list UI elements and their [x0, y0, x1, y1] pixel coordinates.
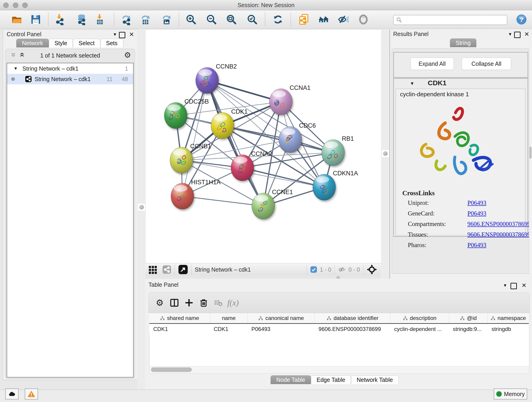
panel-float-icon[interactable]	[510, 283, 517, 289]
delete-table-button[interactable]	[211, 295, 226, 310]
network-node-HIST1H1A[interactable]: HIST1H1A	[171, 179, 221, 209]
search-input[interactable]	[393, 15, 507, 25]
tab-node-table[interactable]: Node Table	[271, 375, 311, 384]
view-mode-button[interactable]	[162, 265, 171, 274]
results-scrollbar[interactable]	[529, 49, 532, 273]
hide-selected-button[interactable]	[336, 13, 349, 26]
table-horizontal-scrollbar[interactable]	[149, 366, 529, 374]
tab-sets[interactable]: Sets	[100, 39, 123, 47]
warnings-button[interactable]	[25, 389, 38, 400]
entry-collapse-icon[interactable]: ▼	[410, 81, 414, 86]
network-row-selected[interactable]: String Network – cdk1 11 48	[7, 74, 133, 84]
tab-edge-table[interactable]: Edge Table	[311, 375, 351, 384]
zoom-selected-button[interactable]	[246, 13, 259, 26]
crosslink-link[interactable]: P06493	[467, 210, 486, 217]
tab-style[interactable]: Style	[49, 39, 73, 47]
import-network-file-button[interactable]	[53, 13, 66, 26]
column-header-shared-name[interactable]: shared name	[150, 313, 210, 324]
left-splitter[interactable]	[137, 29, 145, 390]
network-collection-row[interactable]: ▼ String Network – cdk1 1	[7, 63, 133, 74]
panel-close-icon[interactable]: ✕	[129, 31, 134, 38]
tab-network-table[interactable]: Network Table	[351, 375, 399, 384]
cloud-button[interactable]	[5, 389, 19, 400]
network-options-gear-icon[interactable]: ⚙	[124, 51, 131, 60]
table-cell[interactable]: CDK1	[150, 324, 210, 335]
table-cell[interactable]: P06493	[248, 324, 315, 335]
panel-collapse-icon[interactable]: ▾	[114, 32, 116, 37]
expand-all-button[interactable]: Expand All	[410, 57, 454, 70]
zoom-out-button[interactable]	[205, 13, 218, 26]
network-node-CCNE1[interactable]: CCNE1	[252, 189, 293, 219]
crosslink-link[interactable]: P06493	[467, 199, 486, 206]
delete-column-button[interactable]	[196, 295, 211, 310]
panel-close-icon[interactable]: ✕	[524, 31, 529, 38]
network-edge-CCNB2-CCNE1[interactable]	[207, 80, 263, 206]
zoom-fit-button[interactable]	[225, 13, 238, 26]
panel-collapse-icon[interactable]: ▾	[504, 282, 506, 288]
hidden-eye-icon[interactable]	[338, 266, 346, 274]
selected-checkbox-icon[interactable]	[310, 266, 317, 273]
refresh-icon	[272, 14, 284, 25]
table-cell[interactable]: 9606.ENSP00000378699	[315, 324, 390, 335]
scrollbar-thumb[interactable]	[151, 367, 192, 372]
clone-network-button[interactable]	[298, 13, 310, 26]
tab-network[interactable]: Network	[16, 39, 49, 47]
network-edge-HIST1H1A-CCNE1[interactable]	[182, 196, 263, 206]
network-edge-CDK1-RB1[interactable]	[222, 126, 333, 153]
bottom-splitter[interactable]	[145, 275, 381, 279]
tab-string[interactable]: String	[450, 38, 476, 47]
memory-button[interactable]: Memory	[494, 389, 527, 400]
create-column-button[interactable]	[182, 295, 196, 310]
zoom-in-button[interactable]	[185, 13, 197, 26]
collapse-all-button[interactable]: Collapse All	[462, 57, 511, 70]
network-graph[interactable]: CCNB2CCNA1CDC25BCDK1CDC6RB1CCNB1CCNA2CDK…	[146, 30, 381, 263]
show-all-button[interactable]	[357, 13, 370, 26]
column-header-name[interactable]: name	[210, 313, 248, 324]
table-options-gear-icon[interactable]: ⚙	[152, 295, 167, 310]
fit-content-button[interactable]	[367, 264, 377, 275]
right-splitter[interactable]	[381, 29, 389, 279]
column-header-database-identifier[interactable]: database identifier	[315, 313, 390, 324]
save-session-button[interactable]	[29, 13, 42, 26]
table-cell[interactable]: CDK1	[210, 324, 248, 335]
column-header-description[interactable]: description	[390, 313, 449, 324]
tree-expand-icon[interactable]: ▼	[13, 66, 18, 71]
table-cell[interactable]: cyclin-dependent ...	[390, 324, 449, 335]
export-network-button[interactable]	[120, 13, 133, 26]
scrollbar-thumb[interactable]	[530, 147, 532, 159]
show-columns-button[interactable]	[167, 295, 182, 310]
home-button[interactable]	[317, 13, 330, 26]
splitter-handle-icon[interactable]	[383, 151, 388, 156]
open-session-button[interactable]	[10, 13, 23, 26]
splitter-handle-icon[interactable]	[139, 205, 144, 210]
crosslink-link[interactable]: 9606.ENSP00000378699	[467, 220, 530, 228]
help-button[interactable]: ?	[515, 13, 528, 26]
crosslink-link[interactable]: P06493	[467, 242, 486, 249]
toolbar-separator	[179, 13, 179, 26]
panel-float-icon[interactable]	[514, 32, 520, 38]
import-network-database-button[interactable]	[75, 13, 88, 26]
panel-float-icon[interactable]	[119, 32, 125, 38]
network-node-CDK1[interactable]: CDK1	[211, 108, 248, 139]
column-header-canonical-name[interactable]: canonical name	[248, 313, 315, 324]
column-header-@id[interactable]: @id	[449, 313, 488, 324]
network-node-CCNB1[interactable]: CCNB1	[170, 143, 211, 173]
import-table-file-button[interactable]	[94, 13, 106, 26]
table-cell[interactable]: stringdb	[488, 324, 529, 335]
network-canvas[interactable]: CCNB2CCNA1CDC25BCDK1CDC6RB1CCNB1CCNA2CDK…	[145, 30, 381, 263]
panel-close-icon[interactable]: ✕	[521, 282, 526, 289]
table-cell[interactable]: stringdb:9...	[449, 324, 488, 335]
network-node-CDC6[interactable]: CDC6	[279, 122, 316, 153]
export-image-button[interactable]	[160, 13, 173, 26]
tab-select[interactable]: Select	[73, 39, 100, 47]
network-node-RB1[interactable]: RB1	[322, 135, 354, 166]
export-table-button[interactable]	[139, 13, 152, 26]
birds-eye-grid-button[interactable]	[148, 265, 157, 274]
detach-view-button[interactable]	[178, 264, 188, 274]
function-builder-button[interactable]: f(x)	[226, 295, 240, 310]
crosslink-link[interactable]: 9606.ENSP00000378699	[467, 231, 530, 238]
panel-collapse-icon[interactable]: ▾	[509, 31, 511, 37]
column-header-namespace[interactable]: namespace	[488, 313, 529, 324]
network-node-CDKN1A[interactable]: CDKN1A	[313, 170, 358, 200]
refresh-button[interactable]	[272, 13, 284, 26]
